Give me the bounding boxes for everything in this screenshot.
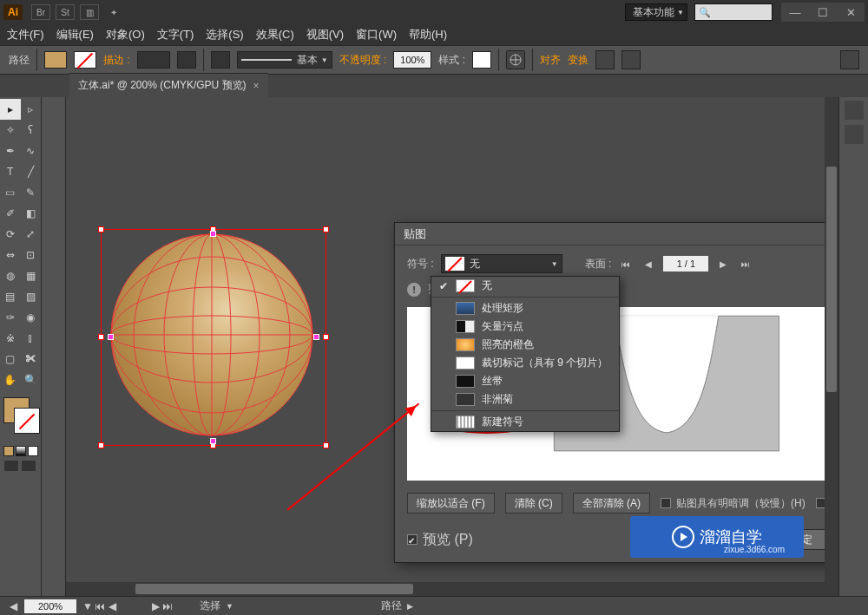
status-path-dropdown-icon[interactable]: ▶ <box>407 602 413 611</box>
document-tab[interactable]: 立体.ai* @ 200% (CMYK/GPU 预览) × <box>69 73 268 97</box>
symbol-option[interactable]: 丝带 <box>431 372 619 390</box>
resize-handle[interactable] <box>98 226 104 232</box>
eraser-tool-icon[interactable]: ◧ <box>21 203 42 224</box>
variable-width-select[interactable] <box>211 51 230 69</box>
window-maximize[interactable]: ☐ <box>809 3 837 22</box>
isolate-icon[interactable] <box>595 50 615 69</box>
workspace-switcher[interactable]: 基本功能 <box>625 3 687 21</box>
screen-mode-normal-icon[interactable] <box>3 460 19 472</box>
menu-file[interactable]: 文件(F) <box>7 27 44 43</box>
symbol-option-new[interactable]: 新建符号 <box>431 413 619 431</box>
anchor-point[interactable] <box>313 334 319 340</box>
zoom-level[interactable]: 200% <box>24 599 76 613</box>
artboard-prev-icon[interactable]: ◀ <box>7 600 19 612</box>
fill-swatch[interactable] <box>44 51 67 69</box>
curvature-tool-icon[interactable]: ∿ <box>21 141 42 161</box>
anchor-point[interactable] <box>108 334 114 340</box>
scale-tool-icon[interactable]: ⤢ <box>21 224 42 245</box>
document-tab-close-icon[interactable]: × <box>253 80 260 92</box>
graphic-style-swatch[interactable] <box>472 51 491 69</box>
none-mode-icon[interactable] <box>28 446 38 456</box>
clear-button[interactable]: 清除 (C) <box>505 493 562 514</box>
symbol-sprayer-tool-icon[interactable]: ※ <box>0 328 21 349</box>
zoom-dropdown-icon[interactable]: ▼ <box>82 600 94 612</box>
stroke-weight-input[interactable] <box>137 51 170 69</box>
eyedropper-tool-icon[interactable]: ✑ <box>0 307 21 328</box>
menu-help[interactable]: 帮助(H) <box>409 27 447 43</box>
rectangle-tool-icon[interactable]: ▭ <box>0 182 21 203</box>
blend-tool-icon[interactable]: ◉ <box>21 307 42 328</box>
rotate-tool-icon[interactable]: ⟳ <box>0 224 21 245</box>
zoom-tool-icon[interactable]: 🔍 <box>21 370 42 390</box>
window-minimize[interactable]: — <box>781 3 809 22</box>
anchor-point[interactable] <box>210 438 216 444</box>
surface-prev-icon[interactable]: ◀ <box>641 256 656 272</box>
gpu-icon[interactable]: ✦ <box>104 4 123 20</box>
stroke-profile-select[interactable] <box>177 51 196 69</box>
resize-handle[interactable] <box>98 442 104 448</box>
menu-view[interactable]: 视图(V) <box>306 27 344 43</box>
screen-mode-full-icon[interactable] <box>21 460 36 472</box>
width-tool-icon[interactable]: ⇔ <box>0 245 21 265</box>
pen-tool-icon[interactable]: ✒ <box>0 141 21 161</box>
stock-icon[interactable]: St <box>56 4 75 20</box>
resize-handle[interactable] <box>98 334 104 340</box>
stroke-indicator[interactable] <box>14 408 40 434</box>
menu-window[interactable]: 窗口(W) <box>356 27 397 43</box>
search-input[interactable]: 🔍 <box>694 3 773 21</box>
shape-builder-tool-icon[interactable]: ◍ <box>0 265 21 286</box>
scrollbar-thumb[interactable] <box>826 167 837 392</box>
window-close[interactable]: ✕ <box>837 3 865 22</box>
symbol-option[interactable]: 非洲菊 <box>431 390 619 409</box>
scrollbar-thumb[interactable] <box>135 584 413 594</box>
artboard-tool-icon[interactable]: ▢ <box>0 349 21 370</box>
symbol-select[interactable]: 无 <box>441 254 562 273</box>
mesh-tool-icon[interactable]: ▤ <box>0 286 21 307</box>
stroke-link[interactable]: 描边 : <box>103 53 130 68</box>
surface-last-icon[interactable]: ⏭ <box>738 256 753 272</box>
scale-to-fit-button[interactable]: 缩放以适合 (F) <box>407 493 495 514</box>
resize-handle[interactable] <box>323 226 329 232</box>
fill-stroke-indicator[interactable] <box>0 396 42 439</box>
transform-link[interactable]: 变换 <box>568 53 589 68</box>
edit-clip-icon[interactable] <box>621 50 641 69</box>
magic-wand-tool-icon[interactable]: ✧ <box>0 120 21 141</box>
left-collapsed-panels[interactable] <box>42 97 66 596</box>
direct-selection-tool-icon[interactable]: ▹ <box>21 99 42 120</box>
surface-index[interactable]: 1 / 1 <box>663 256 708 272</box>
artboard-first-icon[interactable]: ⏮ <box>94 600 106 612</box>
artboard-prev2-icon[interactable]: ◀ <box>106 600 118 612</box>
line-tool-icon[interactable]: ╱ <box>21 161 42 182</box>
panel-icon[interactable] <box>845 125 864 144</box>
selected-3d-sphere[interactable] <box>101 229 326 446</box>
canvas[interactable]: 贴图 符号 : 无 表面 : ⏮ ◀ 1 / 1 ▶ ⏭ ! <box>66 97 838 596</box>
perspective-tool-icon[interactable]: ▦ <box>21 265 42 286</box>
color-mode-icon[interactable] <box>3 446 14 456</box>
status-dropdown-icon[interactable]: ▼ <box>226 602 233 611</box>
opacity-link[interactable]: 不透明度 : <box>339 53 387 68</box>
arrange-icon[interactable]: ▥ <box>80 4 99 20</box>
artboard-last-icon[interactable]: ⏭ <box>161 600 174 612</box>
gradient-mode-icon[interactable] <box>16 446 26 456</box>
pencil-tool-icon[interactable]: ✐ <box>0 203 21 224</box>
paintbrush-tool-icon[interactable]: ✎ <box>21 182 42 203</box>
control-overflow-icon[interactable] <box>840 50 859 69</box>
bridge-icon[interactable]: Br <box>31 4 50 20</box>
selection-tool-icon[interactable]: ▸ <box>0 99 21 120</box>
recolor-artwork-icon[interactable] <box>506 50 525 69</box>
preview-checkbox[interactable]: 预览 (P) <box>407 531 473 549</box>
menu-edit[interactable]: 编辑(E) <box>56 27 94 43</box>
type-tool-icon[interactable]: T <box>0 161 21 182</box>
symbol-option[interactable]: 裁切标记（具有 9 个切片） <box>431 354 619 372</box>
horizontal-scrollbar[interactable] <box>66 582 838 596</box>
free-transform-tool-icon[interactable]: ⊡ <box>21 245 42 265</box>
resize-handle[interactable] <box>323 334 329 340</box>
resize-handle[interactable] <box>323 442 329 448</box>
brush-select[interactable]: 基本▼ <box>237 51 332 69</box>
symbol-option[interactable]: 处理矩形 <box>431 299 619 317</box>
artboard-next-icon[interactable]: ▶ <box>149 600 161 612</box>
stroke-swatch[interactable] <box>74 51 96 69</box>
slice-tool-icon[interactable]: ✀ <box>21 349 42 370</box>
menu-select[interactable]: 选择(S) <box>206 27 243 43</box>
panel-icon[interactable] <box>845 101 864 120</box>
